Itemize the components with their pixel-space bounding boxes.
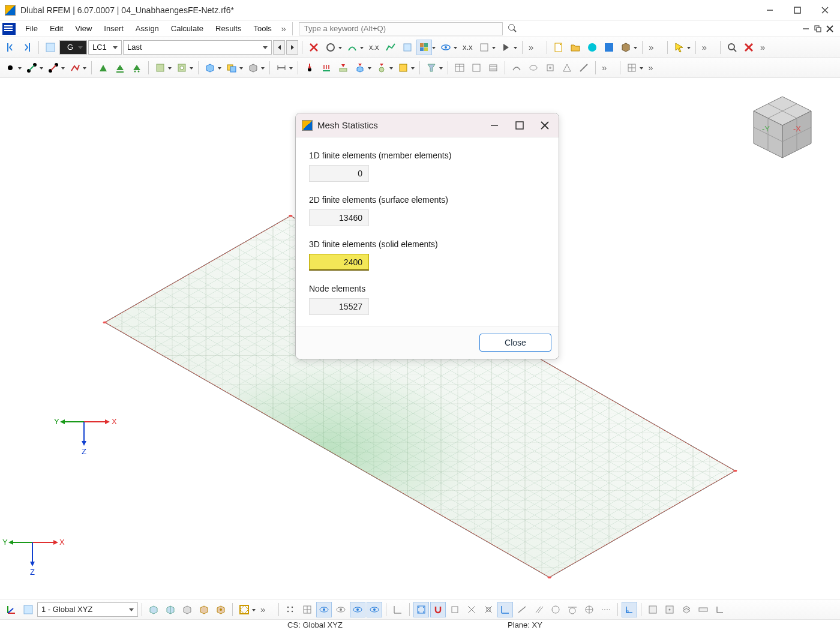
menu-overflow[interactable]: » <box>278 23 290 34</box>
btool-grid-lines-icon[interactable] <box>299 602 315 617</box>
combo-loadcase[interactable]: LC1 <box>88 40 122 55</box>
tool-support-icon[interactable] <box>95 60 111 76</box>
snap-tangent-icon[interactable] <box>565 602 580 617</box>
tool-support2-icon[interactable] <box>112 60 128 76</box>
tool-animation-icon[interactable] <box>498 40 514 55</box>
snap-offset-icon[interactable] <box>695 602 711 617</box>
tool-g1-icon[interactable] <box>509 60 524 76</box>
btool-3-icon[interactable] <box>179 602 195 617</box>
tool-delete-result-icon[interactable] <box>306 40 322 55</box>
toolbar-right-overflow2[interactable]: » <box>700 42 709 52</box>
btool-1-icon[interactable] <box>146 602 161 617</box>
snap-grid-icon[interactable] <box>413 602 429 617</box>
snap-layers-icon[interactable] <box>679 602 694 617</box>
menu-edit[interactable]: Edit <box>44 22 69 35</box>
tool-result-values-icon[interactable]: x.xx <box>366 40 382 55</box>
snap-circle-icon[interactable] <box>548 602 563 617</box>
panel-close-icon[interactable] <box>826 25 834 33</box>
btool-workplane-icon[interactable] <box>390 602 406 617</box>
snap-guide-icon[interactable] <box>598 602 614 617</box>
snap-online-icon[interactable] <box>514 602 530 617</box>
tool-load-node-icon[interactable] <box>302 60 317 76</box>
dialog-close-button[interactable] <box>541 121 549 130</box>
tool-node-icon[interactable] <box>2 60 18 76</box>
tool-result-table-icon[interactable] <box>452 60 467 76</box>
tool-addon-icon[interactable] <box>601 40 617 55</box>
btool-grid-dots-icon[interactable] <box>283 602 298 617</box>
dialog-titlebar[interactable]: Mesh Statistics <box>296 113 559 137</box>
panel-minimize-icon[interactable] <box>802 25 810 33</box>
btool-eye4-icon[interactable] <box>367 602 382 617</box>
snap-perp-icon[interactable] <box>497 602 513 617</box>
tool-g3-icon[interactable] <box>542 60 558 76</box>
snap-mid-icon[interactable] <box>481 602 496 617</box>
snap-endpoint-icon[interactable] <box>447 602 463 617</box>
tool-smooth-icon[interactable] <box>476 40 492 55</box>
btool-5-icon[interactable] <box>213 602 229 617</box>
tool-printout-icon[interactable] <box>469 60 484 76</box>
tool-g4-icon[interactable] <box>559 60 575 76</box>
loadcase-prev-button[interactable] <box>273 40 285 55</box>
snap-center-icon[interactable] <box>581 602 597 617</box>
tool-opening-icon[interactable] <box>174 60 190 76</box>
menu-file[interactable]: File <box>19 22 44 35</box>
btool-4-icon[interactable] <box>196 602 212 617</box>
tool-filter-icon[interactable] <box>424 60 439 76</box>
toolbar-sec-overflow[interactable]: » <box>599 62 609 73</box>
toolbar-sec-overflow2[interactable]: » <box>646 62 655 73</box>
tool-g5-icon[interactable] <box>576 60 592 76</box>
tool-load-solid-icon[interactable] <box>352 60 368 76</box>
btool-2-icon[interactable] <box>163 602 178 617</box>
maximize-button[interactable] <box>784 1 811 19</box>
tool-lc-next-icon[interactable] <box>19 40 35 55</box>
loadcase-next-button[interactable] <box>286 40 298 55</box>
tool-diagram-icon[interactable] <box>383 40 398 55</box>
btool-eye3-icon[interactable] <box>350 602 365 617</box>
tool-values-xx-icon[interactable]: x.xx <box>460 40 475 55</box>
tool-film-icon[interactable] <box>485 60 501 76</box>
dialog-maximize-button[interactable] <box>515 121 524 130</box>
tool-line-icon[interactable] <box>24 60 40 76</box>
menu-assign[interactable]: Assign <box>130 22 165 35</box>
snap-parallel-icon[interactable] <box>531 602 547 617</box>
bottom-overflow[interactable]: » <box>258 604 268 614</box>
btool-eye2-icon[interactable] <box>333 602 349 617</box>
tool-load-free-icon[interactable] <box>374 60 389 76</box>
panel-restore-icon[interactable] <box>814 25 822 33</box>
tool-result-arrow-icon[interactable] <box>344 40 360 55</box>
minimize-button[interactable] <box>756 1 784 19</box>
tool-lc-prev-icon[interactable] <box>2 40 18 55</box>
tool-view-icon[interactable] <box>43 40 58 55</box>
tool-solid-icon[interactable] <box>202 60 218 76</box>
close-button[interactable] <box>811 1 839 19</box>
snap-face-dots-icon[interactable] <box>662 602 677 617</box>
tool-isosurface-icon[interactable] <box>416 40 432 55</box>
snap-magnet-icon[interactable] <box>430 602 446 617</box>
tool-sections-icon[interactable] <box>400 40 415 55</box>
tool-surface-icon[interactable] <box>152 60 168 76</box>
snap-face-icon[interactable] <box>645 602 661 617</box>
toolbar-end-overflow[interactable]: » <box>758 42 767 52</box>
tool-result-view-icon[interactable] <box>323 40 338 55</box>
tool-member-icon[interactable] <box>46 60 61 76</box>
combo-coord-system[interactable]: 1 - Global XYZ <box>37 602 138 617</box>
combo-group[interactable]: G <box>59 40 87 55</box>
tool-eye-icon[interactable] <box>438 40 454 55</box>
toolbar-right-overflow[interactable]: » <box>646 42 656 52</box>
tool-new-icon[interactable] <box>551 40 566 55</box>
tool-dimension-icon[interactable] <box>274 60 289 76</box>
menu-tools[interactable]: Tools <box>247 22 277 35</box>
menu-logo-icon[interactable] <box>2 23 16 35</box>
tool-open-icon[interactable] <box>568 40 583 55</box>
tool-select-icon[interactable] <box>671 40 687 55</box>
combo-loadcase-name[interactable]: Last <box>123 40 272 55</box>
tool-grid-icon[interactable] <box>624 60 640 76</box>
tool-zoom-icon[interactable] <box>724 40 740 55</box>
tool-library-icon[interactable] <box>618 40 634 55</box>
tool-cloud-icon[interactable] <box>584 40 600 55</box>
tool-intersection-icon[interactable] <box>224 60 239 76</box>
tool-g2-icon[interactable] <box>526 60 541 76</box>
tool-load-surface-icon[interactable] <box>335 60 351 76</box>
cs-icon[interactable] <box>4 602 19 617</box>
tool-polyline-icon[interactable] <box>67 60 83 76</box>
